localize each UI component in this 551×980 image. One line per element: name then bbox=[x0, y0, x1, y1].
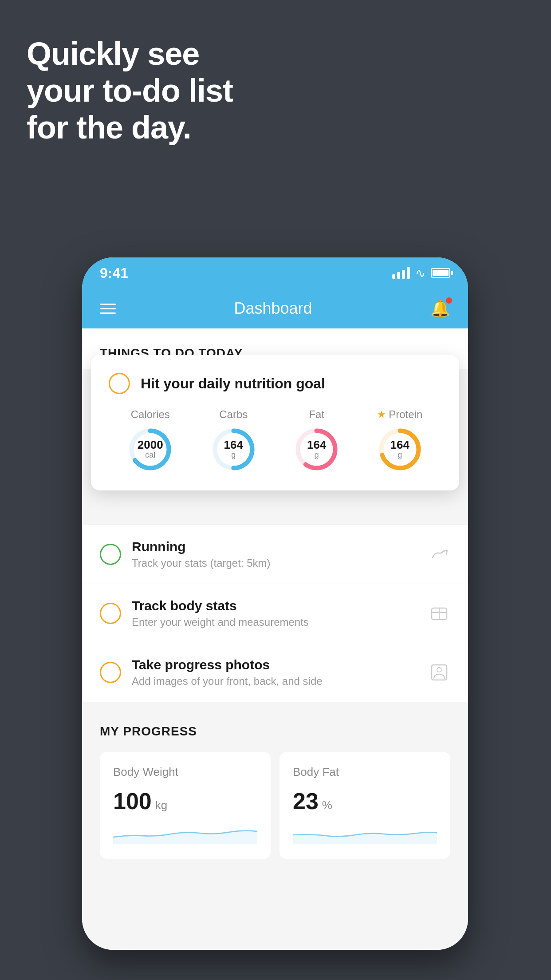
calories-unit: cal bbox=[138, 450, 163, 460]
todo-item-running[interactable]: Running Track your stats (target: 5km) bbox=[82, 525, 468, 584]
notification-bell[interactable]: 🔔 bbox=[430, 299, 450, 318]
phone-mockup: 9:41 ∿ Dashboard 🔔 THINGS TO DO TODAY bbox=[82, 257, 468, 950]
body-fat-value: 23 bbox=[293, 788, 319, 814]
hero-text: Quickly see your to-do list for the day. bbox=[27, 36, 233, 146]
main-content: THINGS TO DO TODAY Hit your daily nutrit… bbox=[82, 328, 468, 950]
body-fat-title: Body Fat bbox=[293, 765, 437, 779]
running-content: Running Track your stats (target: 5km) bbox=[132, 539, 417, 569]
progress-cards: Body Weight 100 kg Body Fat 23 % bbox=[100, 752, 450, 859]
wifi-icon: ∿ bbox=[415, 266, 425, 281]
body-fat-card: Body Fat 23 % bbox=[279, 752, 450, 859]
photos-title: Take progress photos bbox=[132, 657, 417, 672]
carbs-unit: g bbox=[224, 450, 243, 460]
calories-item: Calories 2000 cal bbox=[127, 408, 173, 473]
carbs-value: 164 bbox=[224, 439, 243, 450]
running-title: Running bbox=[132, 539, 417, 554]
body-stats-subtitle: Enter your weight and measurements bbox=[132, 616, 417, 628]
star-icon: ★ bbox=[377, 409, 386, 420]
status-time: 9:41 bbox=[100, 265, 128, 281]
body-weight-value: 100 bbox=[113, 788, 152, 814]
todo-list: Running Track your stats (target: 5km) T… bbox=[82, 525, 468, 702]
body-stats-content: Track body stats Enter your weight and m… bbox=[132, 598, 417, 628]
photos-subtitle: Add images of your front, back, and side bbox=[132, 675, 417, 688]
nutrition-checkbox[interactable] bbox=[109, 373, 130, 394]
hamburger-menu[interactable] bbox=[100, 304, 116, 314]
body-weight-value-row: 100 kg bbox=[113, 788, 257, 814]
fat-item: Fat 164 g bbox=[293, 408, 340, 473]
body-stats-title: Track body stats bbox=[132, 598, 417, 613]
notification-dot bbox=[446, 297, 452, 304]
body-fat-value-row: 23 % bbox=[293, 788, 437, 814]
status-icons: ∿ bbox=[392, 266, 450, 281]
protein-item: ★ Protein 164 g bbox=[377, 408, 423, 473]
fat-label: Fat bbox=[309, 408, 324, 421]
scale-icon bbox=[428, 602, 450, 624]
carbs-donut: 164 g bbox=[210, 426, 257, 473]
body-stats-checkbox[interactable] bbox=[100, 603, 121, 624]
progress-section: MY PROGRESS Body Weight 100 kg B bbox=[82, 702, 468, 872]
protein-unit: g bbox=[390, 450, 409, 460]
body-weight-unit: kg bbox=[155, 798, 167, 812]
fat-donut: 164 g bbox=[293, 426, 340, 473]
protein-donut: 164 g bbox=[377, 426, 423, 473]
body-weight-title: Body Weight bbox=[113, 765, 257, 779]
body-fat-chart bbox=[293, 822, 437, 844]
status-bar: 9:41 ∿ bbox=[82, 257, 468, 288]
calories-label: Calories bbox=[131, 408, 170, 421]
progress-section-title: MY PROGRESS bbox=[100, 724, 450, 739]
running-icon bbox=[428, 543, 450, 565]
fat-value: 164 bbox=[307, 439, 326, 450]
body-weight-chart bbox=[113, 822, 257, 844]
running-subtitle: Track your stats (target: 5km) bbox=[132, 557, 417, 569]
header-title: Dashboard bbox=[234, 299, 312, 318]
nutrition-card-title: Hit your daily nutrition goal bbox=[141, 375, 325, 392]
protein-label: ★ Protein bbox=[377, 408, 422, 421]
signal-icon bbox=[392, 267, 410, 279]
carbs-item: Carbs 164 g bbox=[210, 408, 257, 473]
photos-checkbox[interactable] bbox=[100, 662, 121, 683]
person-icon bbox=[428, 661, 450, 684]
fat-unit: g bbox=[307, 450, 326, 460]
photos-content: Take progress photos Add images of your … bbox=[132, 657, 417, 688]
todo-item-body-stats[interactable]: Track body stats Enter your weight and m… bbox=[82, 584, 468, 643]
calories-value: 2000 bbox=[138, 439, 163, 450]
nutrition-card: Hit your daily nutrition goal Calories 2… bbox=[91, 355, 459, 490]
svg-point-12 bbox=[437, 668, 441, 672]
calories-donut: 2000 cal bbox=[127, 426, 173, 473]
running-checkbox[interactable] bbox=[100, 544, 121, 565]
nutrition-row: Calories 2000 cal Carbs bbox=[109, 408, 441, 473]
battery-icon bbox=[431, 268, 450, 278]
protein-value: 164 bbox=[390, 439, 409, 450]
body-weight-card: Body Weight 100 kg bbox=[100, 752, 271, 859]
body-fat-unit: % bbox=[322, 798, 332, 812]
carbs-label: Carbs bbox=[219, 408, 248, 421]
todo-item-photos[interactable]: Take progress photos Add images of your … bbox=[82, 643, 468, 702]
app-header: Dashboard 🔔 bbox=[82, 288, 468, 328]
